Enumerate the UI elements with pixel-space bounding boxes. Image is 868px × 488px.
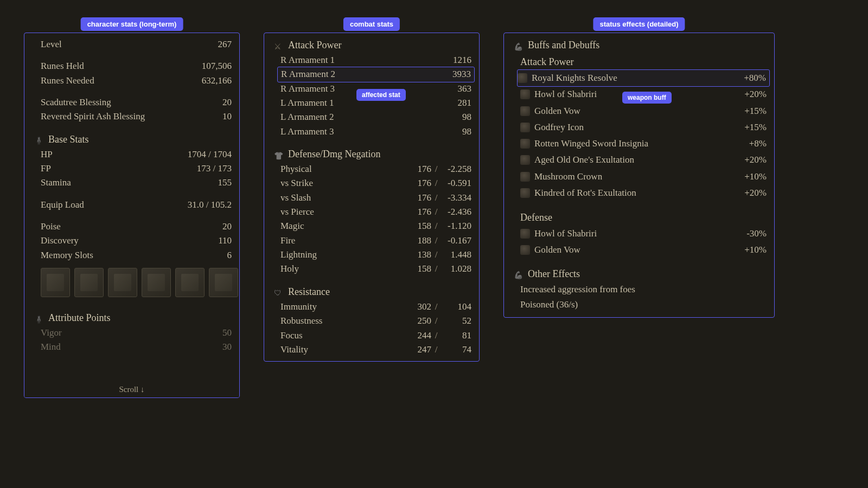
buff-label: Royal Knights Resolve <box>532 70 739 86</box>
stat-value-2: -0.591 <box>441 176 471 190</box>
stat-label: Mind <box>41 340 222 354</box>
stat-value-2: -0.167 <box>441 234 471 248</box>
stat-value: 281 <box>458 96 472 110</box>
buff-row: Aged Old One's Exultation+20% <box>520 152 767 168</box>
separator: / <box>431 191 441 205</box>
other-effects-header: Other Effects <box>504 266 774 282</box>
stat-value-1: 250 <box>399 314 431 328</box>
buff-label: Kindred of Rot's Exultation <box>534 185 740 201</box>
buff-row: Golden Vow+10% <box>520 242 767 258</box>
shield-icon <box>274 287 284 297</box>
memory-slot[interactable] <box>108 268 137 297</box>
stat-value-1: 158 <box>399 262 431 276</box>
stat-label: FP <box>41 162 197 176</box>
stat-value-2: -2.436 <box>441 205 471 219</box>
stat-label: Lightning <box>280 248 399 262</box>
scroll-hint: Scroll ↓ <box>119 385 144 394</box>
memory-slot[interactable] <box>74 268 104 297</box>
stat-value-1: 176 <box>399 176 431 190</box>
separator: / <box>431 262 441 276</box>
base-stats-header: Base Stats <box>24 132 239 147</box>
attack-power-subheader: Attack Power <box>504 53 774 70</box>
stat-row: L Armament 298 <box>280 110 471 124</box>
stat-value: 3933 <box>452 67 471 81</box>
stat-label: Runes Needed <box>41 74 202 88</box>
stat-value: 267 <box>218 37 232 52</box>
stat-value: 10 <box>222 110 232 124</box>
separator: / <box>431 219 441 233</box>
sword-icon <box>274 41 284 50</box>
attack-power-header: Attack Power <box>264 37 479 53</box>
stat-value-1: 188 <box>399 234 431 248</box>
stat-label: Revered Spirit Ash Blessing <box>41 110 222 124</box>
character-stats-panel: character stats (long-term) Level267 Run… <box>24 33 240 398</box>
separator: / <box>431 162 441 176</box>
separator: / <box>431 314 441 328</box>
stat-row: FP173 / 173 <box>41 162 232 176</box>
stat-value: 110 <box>218 234 232 248</box>
other-effect: Increased aggression from foes <box>504 282 774 298</box>
stat-value-1: 244 <box>399 329 431 343</box>
buff-value: +80% <box>744 70 766 86</box>
stat-value: 173 / 173 <box>197 162 232 176</box>
stat-value-1: 302 <box>399 300 431 314</box>
separator: / <box>431 176 441 190</box>
stat-value-2: -2.258 <box>441 162 471 176</box>
defense-subheader: Defense <box>504 209 774 226</box>
separator: / <box>431 300 441 314</box>
affected-stat-tag: affected stat <box>356 89 406 101</box>
stat-row: vs Slash176/-3.334 <box>280 191 471 205</box>
stat-row: Lightning138/1.448 <box>280 248 471 262</box>
buff-icon <box>520 123 530 132</box>
separator: / <box>431 248 441 262</box>
stat-label: Runes Held <box>41 59 202 73</box>
stat-row: L Armament 398 <box>280 125 471 139</box>
buff-icon <box>520 89 530 99</box>
stat-label: vs Slash <box>280 191 399 205</box>
stat-row: Fire188/-0.167 <box>280 234 471 248</box>
memory-slot[interactable] <box>175 268 205 297</box>
memory-slot[interactable] <box>209 268 238 297</box>
stat-value-2: 81 <box>441 329 471 343</box>
stat-row: Focus244/81 <box>280 329 471 343</box>
stat-row: Physical176/-2.258 <box>280 162 471 176</box>
panel-tag-status: status effects (detailed) <box>593 17 685 31</box>
stat-value-2: -1.120 <box>441 219 471 233</box>
stat-label: vs Strike <box>280 176 399 190</box>
stat-label: Robustness <box>280 314 399 328</box>
stat-value: 20 <box>222 95 232 110</box>
stat-row: Holy158/1.028 <box>280 262 471 276</box>
stat-label: R Armament 2 <box>281 67 452 81</box>
buff-icon <box>520 245 530 255</box>
buff-row: Royal Knights Resolve+80% <box>517 69 770 87</box>
separator: / <box>431 205 441 219</box>
stat-row: vs Pierce176/-2.436 <box>280 205 471 219</box>
stat-row: Revered Spirit Ash Blessing10 <box>41 110 232 124</box>
stat-row: Mind30 <box>41 340 232 354</box>
stat-label: L Armament 3 <box>280 125 462 139</box>
stat-row: Runes Needed632,166 <box>41 74 232 88</box>
memory-slot[interactable] <box>41 268 70 297</box>
buff-label: Rotten Winged Sword Insignia <box>534 136 745 152</box>
stat-row: Stamina155 <box>41 176 232 190</box>
panel-tag-combat: combat stats <box>343 17 400 31</box>
stat-value-2: -3.334 <box>441 191 471 205</box>
stat-label: Scadutree Blessing <box>41 95 222 110</box>
stat-row: Memory Slots6 <box>41 248 232 262</box>
stat-row: Poise20 <box>41 220 232 234</box>
stat-value: 1704 / 1704 <box>188 147 232 162</box>
stat-value: 20 <box>222 220 232 234</box>
buff-row: Mushroom Crown+10% <box>520 169 767 185</box>
stat-row: Equip Load31.0 / 105.2 <box>41 198 232 212</box>
buff-icon <box>520 155 530 165</box>
stat-row: R Armament 23933 <box>277 67 475 82</box>
separator: / <box>431 234 441 248</box>
stat-row: Scadutree Blessing20 <box>41 95 232 110</box>
memory-slot[interactable] <box>142 268 171 297</box>
stat-label: Equip Load <box>41 198 188 212</box>
flex-icon <box>514 41 524 50</box>
weapon-buff-tag: weapon buff <box>622 92 672 104</box>
buff-label: Mushroom Crown <box>534 169 740 185</box>
stat-value-1: 176 <box>399 162 431 176</box>
stat-row: Discovery110 <box>41 234 232 248</box>
